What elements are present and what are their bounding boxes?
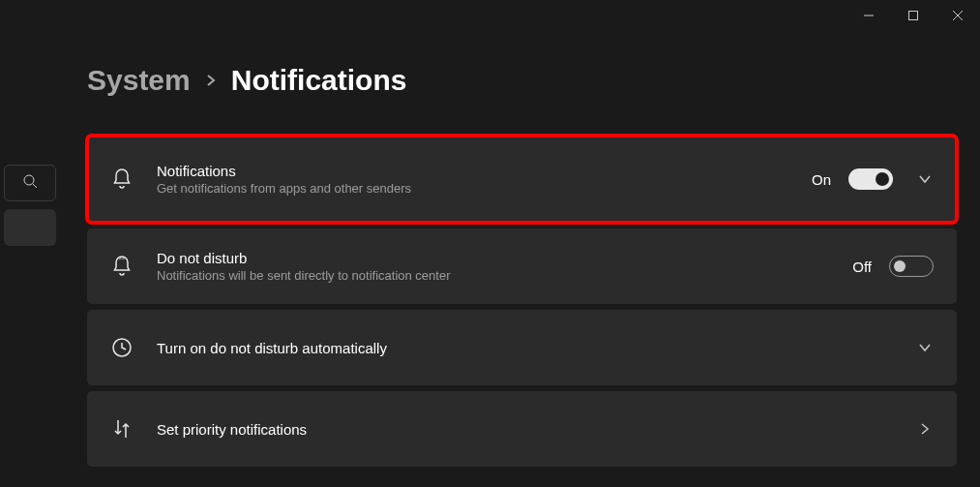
toggle-state-label: Off — [852, 259, 872, 275]
card-controls: On — [812, 168, 934, 190]
card-text: Do not disturb Notifications will be sen… — [157, 250, 852, 283]
clock-icon — [110, 336, 134, 359]
window-titlebar — [846, 0, 980, 31]
bell-icon — [110, 167, 134, 191]
maximize-button[interactable] — [891, 0, 935, 31]
svg-line-5 — [33, 184, 37, 188]
close-button[interactable] — [935, 0, 980, 31]
card-title: Set priority notifications — [157, 421, 910, 438]
content-area: System Notifications Notifications Get n… — [87, 64, 957, 467]
breadcrumb: System Notifications — [87, 64, 957, 97]
card-subtitle: Get notifications from apps and other se… — [157, 181, 812, 196]
search-button[interactable] — [4, 165, 56, 201]
left-rail — [0, 165, 60, 246]
priority-icon — [110, 417, 134, 441]
do-not-disturb-card[interactable]: zz Do not disturb Notifications will be … — [87, 228, 957, 304]
card-text: Turn on do not disturb automatically — [157, 340, 910, 356]
nav-item[interactable] — [4, 209, 56, 246]
chevron-down-icon[interactable] — [916, 339, 934, 356]
card-title: Turn on do not disturb automatically — [157, 340, 910, 356]
dnd-bell-icon: zz — [110, 255, 134, 278]
settings-cards: Notifications Get notifications from app… — [87, 136, 957, 467]
card-text: Set priority notifications — [157, 421, 910, 438]
dnd-toggle[interactable] — [889, 256, 934, 277]
notifications-toggle[interactable] — [848, 168, 893, 190]
breadcrumb-current: Notifications — [231, 64, 407, 97]
chevron-right-icon — [204, 74, 218, 87]
breadcrumb-parent[interactable]: System — [87, 64, 191, 97]
search-icon — [22, 173, 38, 193]
svg-rect-1 — [909, 12, 918, 20]
svg-text:zz: zz — [119, 255, 125, 260]
card-title: Do not disturb — [157, 250, 852, 266]
toggle-knob — [876, 172, 889, 186]
chevron-down-icon[interactable] — [916, 170, 934, 188]
card-title: Notifications — [157, 163, 812, 179]
priority-card[interactable]: Set priority notifications — [87, 391, 957, 467]
card-controls — [910, 420, 934, 438]
toggle-state-label: On — [812, 171, 831, 188]
card-text: Notifications Get notifications from app… — [157, 163, 812, 196]
minimize-button[interactable] — [846, 0, 891, 31]
card-subtitle: Notifications will be sent directly to n… — [157, 268, 852, 283]
auto-dnd-card[interactable]: Turn on do not disturb automatically — [87, 310, 957, 385]
notifications-card[interactable]: Notifications Get notifications from app… — [87, 136, 957, 223]
toggle-knob — [894, 260, 906, 272]
card-controls: Off — [852, 256, 934, 277]
chevron-right-icon[interactable] — [916, 420, 934, 438]
card-controls — [910, 339, 934, 356]
svg-point-4 — [24, 175, 34, 185]
